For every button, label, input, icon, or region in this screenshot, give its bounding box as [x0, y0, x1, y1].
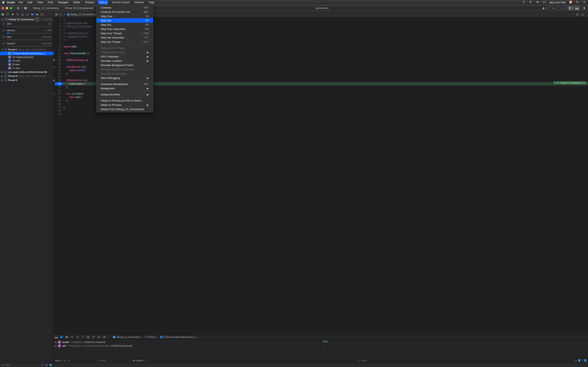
line-number[interactable]: 2 — [53, 22, 62, 25]
window-close-button[interactable] — [2, 7, 4, 9]
stack-frame-row[interactable]: 👤 19 main — [0, 59, 53, 63]
line-number[interactable]: 5 — [53, 32, 62, 35]
run-button[interactable] — [15, 6, 21, 11]
menubar-item-help[interactable]: Help — [148, 0, 156, 4]
line-number[interactable]: 23 — [53, 92, 62, 96]
nav-find-icon[interactable] — [16, 13, 19, 16]
line-number[interactable]: 21 — [53, 85, 62, 89]
line-number[interactable]: 16 — [53, 69, 62, 72]
line-number[interactable]: 20 — [55, 82, 62, 86]
line-number[interactable]: 15 — [53, 65, 62, 69]
line-number[interactable]: 24 — [53, 96, 62, 99]
scheme-selector[interactable]: Debug_UI_Connections 〉 iPhone SE (2nd ge… — [30, 6, 93, 11]
line-number[interactable]: 1 — [53, 18, 62, 22]
window-minimize-button[interactable] — [6, 7, 8, 9]
menu-item-attach-to-process[interactable]: Attach to Process▶ — [96, 103, 153, 107]
gauge-memory[interactable]: Memory9.7 MB — [0, 28, 53, 33]
menu-item-step-into[interactable]: Step IntoF7 — [96, 18, 153, 23]
stop-button[interactable] — [22, 6, 29, 11]
menubar-item-product[interactable]: Product — [84, 0, 95, 4]
stack-frame-row[interactable]: ⚙ 20 start — [0, 63, 53, 66]
menubar-item-source-control[interactable]: Source Control — [111, 0, 131, 4]
source-editor[interactable]: 1234567891011121314151617181920212223242… — [53, 17, 294, 184]
gauge-network[interactable]: NetworkZero KB/s — [0, 41, 53, 46]
process-header[interactable]: ▼ Debug_UI_Connections PID 129... — [0, 17, 53, 21]
line-number[interactable]: 29 — [53, 112, 62, 116]
code-line[interactable] — [62, 112, 294, 116]
memgraph-icon[interactable] — [45, 18, 48, 21]
menu-item-debug-workflow[interactable]: Debug Workflow▶ — [96, 92, 153, 97]
line-number[interactable]: 19 — [53, 79, 62, 82]
nav-breakpoints-icon[interactable] — [35, 13, 39, 16]
menu-item-simulate-background-fetch[interactable]: Simulate Background Fetch — [96, 63, 153, 67]
menu-item-view-debugging[interactable]: View Debugging▶ — [96, 76, 153, 80]
menubar-item-debug[interactable]: Debug — [98, 0, 108, 4]
stack-frame-row[interactable]: ⚙ 18 UIApplicationMain — [0, 55, 53, 59]
menu-item-detach-from-debug-ui-connections[interactable]: Detach from Debug_UI_Connections — [96, 107, 153, 111]
menubar-item-window[interactable]: Window — [133, 0, 145, 4]
line-number[interactable]: 18 — [53, 75, 62, 79]
line-number[interactable]: 26 — [53, 102, 62, 106]
line-number[interactable]: 4 — [53, 28, 62, 32]
menubar-item-find[interactable]: Find — [47, 0, 54, 4]
svg-rect-27 — [67, 13, 69, 15]
thread-row[interactable]: ▼ Thread 1 Queue: com.a...-thread (seria… — [0, 48, 53, 52]
nav-symbols-icon[interactable] — [11, 13, 14, 16]
editor-gutter[interactable]: 1234567891011121314151617181920212223242… — [53, 17, 62, 184]
related-items-icon[interactable] — [55, 13, 58, 16]
menu-item-gpu-overrides[interactable]: GPU Overrides▶ — [96, 54, 153, 59]
menubar-app-name[interactable]: Xcode — [7, 1, 15, 4]
menu-item-simulate-location[interactable]: Simulate Location▶ — [96, 59, 153, 63]
menubar-item-edit[interactable]: Edit — [26, 0, 34, 4]
nav-reports-icon[interactable] — [40, 13, 44, 16]
menu-item-breakpoints[interactable]: Breakpoints▶ — [96, 86, 153, 91]
nav-issues-icon[interactable] — [21, 13, 24, 16]
line-number[interactable]: 17 — [53, 72, 62, 75]
nav-forward-icon[interactable] — [63, 13, 65, 16]
menu-item-deactivate-breakpoints[interactable]: Deactivate Breakpoints⌘Y — [96, 82, 153, 86]
view-options-icon[interactable] — [49, 18, 52, 21]
menubar-item-view[interactable]: View — [36, 0, 44, 4]
gauge-cpu[interactable]: CPU0% — [0, 21, 53, 26]
nav-source-control-icon[interactable] — [6, 13, 9, 16]
stack-frame-row[interactable]: 👤 0 ViewController.buttonAction(_:) — [0, 52, 53, 55]
stack-frame-row[interactable]: ⚙ 21 start — [0, 66, 53, 70]
menubar-item-file[interactable]: File — [17, 0, 24, 4]
thread-row[interactable]: ▶ com.apple.uikit.eventfetch-thread (6) — [0, 70, 53, 74]
line-number[interactable]: 7 — [53, 38, 62, 42]
line-number[interactable]: 22 — [53, 89, 62, 92]
nav-tests-icon[interactable] — [26, 13, 29, 16]
menubar-item-navigate[interactable]: Navigate — [57, 0, 70, 4]
menu-item-step-over[interactable]: Step OverF6 — [96, 14, 153, 18]
line-number[interactable]: 9 — [53, 45, 62, 49]
line-number[interactable]: 27 — [53, 106, 62, 109]
menu-item-step-out[interactable]: Step OutF8 — [96, 23, 153, 27]
window-zoom-button[interactable] — [10, 7, 12, 9]
thread-row[interactable]: ▶ Thread 8 Queue: com.a...egrator (seria… — [0, 74, 53, 78]
crumb-project[interactable]: Debug_UI_Connections — [70, 13, 96, 16]
line-number[interactable]: 10 — [53, 49, 62, 52]
line-number[interactable]: 14 — [53, 62, 62, 66]
line-number[interactable]: 28 — [53, 109, 62, 113]
line-number[interactable]: 11 — [53, 52, 62, 55]
menu-item-continue[interactable]: Continue⌃⌘Y — [96, 6, 153, 10]
gauge-disk[interactable]: DiskZero KB/s — [0, 34, 53, 39]
line-number[interactable]: 6 — [53, 35, 62, 39]
line-number[interactable]: 13 — [53, 58, 62, 62]
menu-item-step-over-thread[interactable]: Step Over Thread⌃⇧F6 — [96, 31, 153, 35]
nav-debug-icon[interactable] — [31, 13, 34, 16]
editor-jump-bar[interactable]: Debug_UI_Connections〉 …〉 M buttonAction(… — [53, 13, 294, 16]
menu-item-step-over-instruction[interactable]: Step Over Instruction⌃F6 — [96, 27, 153, 31]
menu-item-step-into-instruction[interactable]: Step Into Instruction⌃F7 — [96, 35, 153, 40]
line-number[interactable]: 3 — [53, 25, 62, 28]
nav-back-icon[interactable] — [60, 13, 62, 16]
thread-row[interactable]: ▶ Thread 9 — [0, 78, 53, 82]
line-number[interactable]: 25 — [53, 99, 62, 102]
menubar-item-editor[interactable]: Editor — [72, 0, 81, 4]
menu-item-attach-to-process-by-pid-or-name-[interactable]: Attach to Process by PID or Name... — [96, 99, 153, 103]
menu-item-continue-to-current-line[interactable]: Continue To Current Line⌃⌘C — [96, 10, 153, 14]
nav-project-icon[interactable] — [1, 13, 4, 16]
menu-item-step-into-thread[interactable]: Step Into Thread⌃⇧F7 — [96, 40, 153, 44]
line-number[interactable]: 8 — [53, 42, 62, 45]
line-number[interactable]: 12 — [53, 55, 62, 59]
